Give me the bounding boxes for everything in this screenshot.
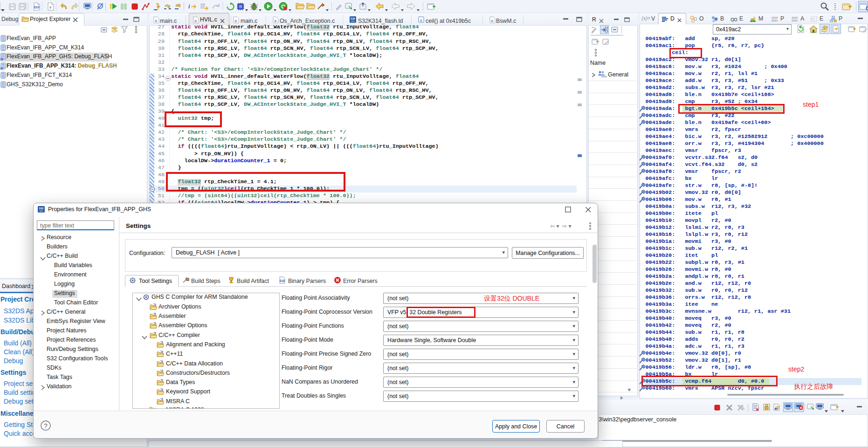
svg-text:C: C <box>0 67 3 70</box>
svg-text:c: c <box>275 19 277 23</box>
svg-text:010: 010 <box>280 279 285 282</box>
svg-text:C: C <box>866 6 868 11</box>
svg-text:c: c <box>491 19 494 23</box>
svg-text:c: c <box>50 6 52 9</box>
svg-text:DS: DS <box>40 210 43 213</box>
svg-text:c: c <box>195 19 197 23</box>
svg-text:i: i <box>188 3 190 10</box>
svg-text:010: 010 <box>34 6 40 9</box>
svg-text:c: c <box>420 18 422 22</box>
svg-text:0101: 0101 <box>792 19 798 22</box>
svg-text:0101: 0101 <box>601 75 607 77</box>
svg-text:c: c <box>235 19 237 23</box>
svg-text:c: c <box>155 19 158 23</box>
svg-text:I/O: I/O <box>812 18 815 21</box>
svg-text:C: C <box>0 58 3 61</box>
svg-text:DS: DS <box>351 20 355 23</box>
svg-text:0101: 0101 <box>772 19 778 22</box>
svg-text:?: ? <box>44 422 47 429</box>
